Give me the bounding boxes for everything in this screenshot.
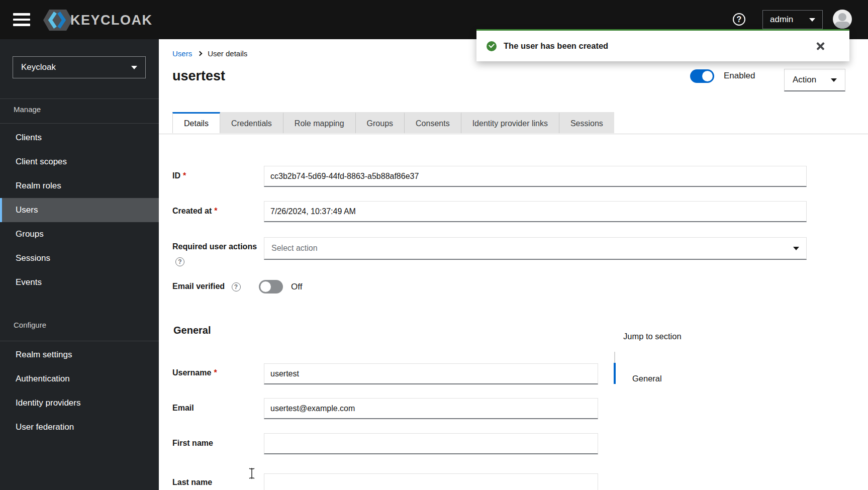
divider — [159, 134, 868, 134]
tab-groups[interactable]: Groups — [356, 112, 405, 133]
caret-down-icon — [809, 18, 815, 22]
sidebar-item-realm-roles[interactable]: Realm roles — [0, 174, 159, 198]
keycloak-logo-icon — [42, 9, 73, 32]
email-verified-toggle[interactable] — [259, 280, 283, 293]
created-at-field[interactable] — [264, 201, 807, 222]
first-name-label: First name — [172, 439, 213, 448]
tab-role-mapping[interactable]: Role mapping — [283, 112, 356, 133]
keycloak-logo: KEYCLOAK — [42, 9, 153, 32]
tab-credentials[interactable]: Credentials — [220, 112, 283, 133]
email-label: Email — [172, 404, 194, 413]
jump-rail — [614, 352, 615, 363]
nav-section-title-configure: Configure — [14, 321, 46, 329]
divider — [0, 341, 159, 341]
general-section-heading: General — [173, 325, 211, 336]
tab-details[interactable]: Details — [172, 112, 220, 133]
created-at-label: Created at* — [172, 207, 217, 216]
required-user-actions-select[interactable]: Select action — [264, 237, 807, 260]
sidebar-item-clients[interactable]: Clients — [0, 126, 159, 150]
nav-group-configure: Realm settings Authentication Identity p… — [0, 343, 159, 439]
divider — [0, 99, 159, 99]
toast-message: The user has been created — [504, 41, 608, 51]
action-dropdown-button[interactable]: Action — [784, 69, 845, 91]
help-icon[interactable]: ? — [232, 282, 241, 291]
keycloak-admin-console: KEYCLOAK ? admin The user has been creat… — [0, 0, 868, 490]
success-check-icon — [487, 41, 497, 51]
select-placeholder: Select action — [271, 244, 318, 253]
main-content: Users User details usertest Enabled Acti… — [159, 39, 868, 490]
sidebar-item-identity-providers[interactable]: Identity providers — [0, 391, 159, 415]
jump-to-section-heading: Jump to section — [623, 332, 682, 341]
toast-notification: The user has been created — [476, 29, 849, 61]
divider — [0, 123, 159, 124]
sidebar-item-sessions[interactable]: Sessions — [0, 246, 159, 270]
username-field[interactable] — [264, 363, 598, 384]
help-icon[interactable]: ? — [733, 13, 745, 26]
tab-identity-provider-links[interactable]: Identity provider links — [461, 112, 559, 133]
sidebar-item-events[interactable]: Events — [0, 270, 159, 295]
email-field[interactable] — [264, 398, 598, 419]
text-cursor-icon — [248, 467, 255, 481]
nav-group-manage: Clients Client scopes Realm roles Users … — [0, 126, 159, 295]
id-field[interactable] — [264, 166, 807, 187]
help-icon[interactable]: ? — [175, 257, 184, 266]
avatar[interactable] — [833, 10, 852, 29]
caret-down-icon — [793, 247, 799, 250]
first-name-field[interactable] — [264, 433, 598, 454]
required-asterisk: * — [183, 171, 186, 180]
user-menu-dropdown[interactable]: admin — [762, 10, 823, 29]
username-label: Username* — [172, 368, 217, 377]
enabled-toggle[interactable] — [690, 69, 714, 83]
realm-selector-value: Keycloak — [21, 62, 56, 72]
enabled-label: Enabled — [724, 71, 755, 81]
realm-selector[interactable]: Keycloak — [13, 56, 146, 78]
close-icon[interactable] — [816, 42, 825, 51]
sidebar-item-client-scopes[interactable]: Client scopes — [0, 150, 159, 174]
hamburger-menu-icon[interactable] — [13, 13, 30, 26]
caret-down-icon — [131, 66, 137, 69]
breadcrumb: Users User details — [172, 49, 247, 58]
jump-rail-active — [614, 363, 616, 384]
breadcrumb-current: User details — [208, 49, 247, 58]
tab-consents[interactable]: Consents — [405, 112, 461, 133]
user-menu-label: admin — [770, 15, 793, 25]
sidebar-item-realm-settings[interactable]: Realm settings — [0, 343, 159, 367]
tab-bar: Details Credentials Role mapping Groups … — [172, 112, 614, 133]
breadcrumb-users-link[interactable]: Users — [172, 49, 192, 58]
page-title: usertest — [172, 68, 225, 84]
sidebar: Keycloak Manage Clients Client scopes Re… — [0, 39, 159, 490]
jump-item-general[interactable]: General — [632, 374, 662, 383]
last-name-field[interactable] — [264, 473, 598, 490]
sidebar-item-authentication[interactable]: Authentication — [0, 367, 159, 391]
required-user-actions-label: Required user actions — [172, 242, 257, 251]
breadcrumb-separator-icon — [198, 51, 203, 56]
nav-section-title-manage: Manage — [14, 105, 41, 114]
sidebar-item-users[interactable]: Users — [0, 198, 159, 222]
required-asterisk: * — [214, 207, 217, 215]
last-name-label: Last name — [172, 478, 212, 487]
brand-text: KEYCLOAK — [70, 13, 153, 28]
required-asterisk: * — [214, 368, 217, 377]
email-verified-label: Email verified ? — [172, 282, 241, 291]
email-verified-state: Off — [291, 282, 302, 292]
caret-down-icon — [831, 78, 837, 82]
tab-sessions[interactable]: Sessions — [559, 112, 614, 133]
action-label: Action — [793, 75, 816, 85]
sidebar-item-user-federation[interactable]: User federation — [0, 415, 159, 439]
id-label: ID* — [172, 171, 186, 180]
sidebar-item-groups[interactable]: Groups — [0, 222, 159, 246]
